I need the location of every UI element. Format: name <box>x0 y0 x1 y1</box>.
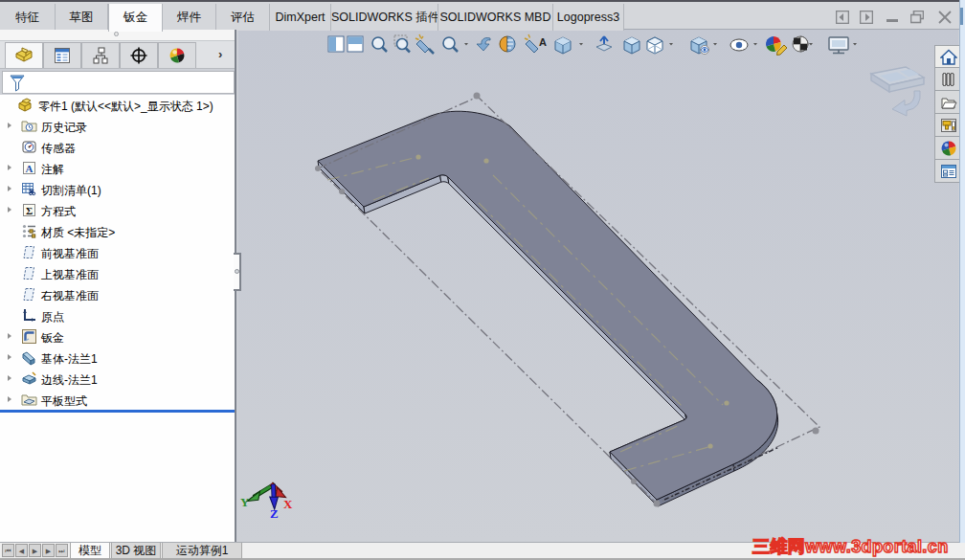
svg-text:A: A <box>539 36 547 48</box>
svg-text:X: X <box>283 497 293 511</box>
svg-text:Y: Y <box>240 495 250 509</box>
svg-text:Z: Z <box>270 506 279 521</box>
svg-text:Σ: Σ <box>26 205 33 216</box>
svg-text:A: A <box>26 163 34 174</box>
